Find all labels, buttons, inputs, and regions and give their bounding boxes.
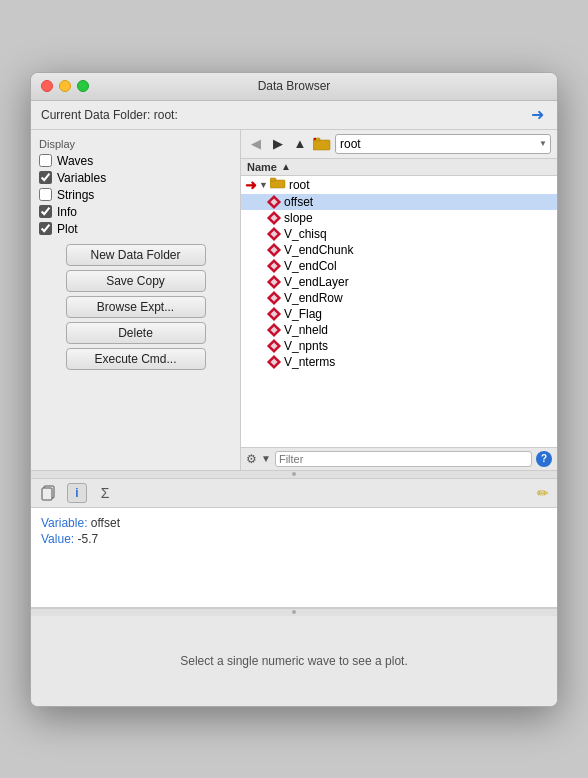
info-toolbar: i Σ ✏ [31,479,557,508]
tree-area[interactable]: ➜ ▼ root offset [241,176,557,447]
variable-diamond-icon [267,306,281,320]
info-icon-button[interactable]: i [67,483,87,503]
variables-checkbox[interactable] [39,171,52,184]
info-checkbox[interactable] [39,205,52,218]
waves-checkbox[interactable] [39,154,52,167]
strings-label: Strings [57,188,94,202]
tree-item-offset[interactable]: offset [241,194,557,210]
waves-checkbox-row: Waves [39,154,232,168]
tree-item-v-nheld[interactable]: V_nheld [241,322,557,338]
svg-rect-6 [42,488,52,500]
variable-value: offset [91,516,120,530]
variable-diamond-icon [267,242,281,256]
strings-checkbox[interactable] [39,188,52,201]
execute-cmd-button[interactable]: Execute Cmd... [66,348,206,370]
slope-label: slope [284,211,313,225]
filter-input[interactable] [275,451,532,467]
value-value: -5.7 [77,532,98,546]
tree-item-v-nterms[interactable]: V_nterms [241,354,557,370]
browse-expt-button[interactable]: Browse Expt... [66,296,206,318]
variable-diamond-icon [267,226,281,240]
v-endchunk-label: V_endChunk [284,243,353,257]
v-nterms-label: V_nterms [284,355,335,369]
back-icon[interactable]: ◀ [247,136,265,152]
waves-label: Waves [57,154,93,168]
v-flag-label: V_Flag [284,307,322,321]
folder-browser-icon[interactable] [313,136,331,152]
close-button[interactable] [41,80,53,92]
value-info-line: Value: -5.7 [41,532,547,546]
up-icon[interactable]: ▲ [291,136,309,152]
copy-icon-button[interactable] [39,483,59,503]
variable-diamond-icon [267,338,281,352]
resize-handle[interactable] [31,470,557,478]
plot-placeholder-text: Select a single numeric wave to see a pl… [180,654,407,668]
edit-pencil-icon[interactable]: ✏ [537,485,549,501]
resize-dot-2 [292,610,296,614]
tree-item-v-endchunk[interactable]: V_endChunk [241,242,557,258]
variable-diamond-icon [267,354,281,368]
plot-label: Plot [57,222,78,236]
tree-header: Name ▲ [241,159,557,176]
folder-select-wrap: root [335,134,551,154]
right-panel: ◀ ▶ ▲ root Nam [241,130,557,470]
svg-rect-4 [270,178,276,181]
variables-label: Variables [57,171,106,185]
current-folder-indicator-icon: ➜ [245,177,257,193]
navigate-arrow-icon[interactable]: ➜ [527,107,547,123]
plot-checkbox[interactable] [39,222,52,235]
v-endlayer-label: V_endLayer [284,275,349,289]
delete-button[interactable]: Delete [66,322,206,344]
svg-rect-2 [314,138,316,140]
save-copy-button[interactable]: Save Copy [66,270,206,292]
variable-diamond-icon [267,210,281,224]
v-endcol-label: V_endCol [284,259,337,273]
filter-dropdown-icon[interactable]: ▼ [261,453,271,464]
current-folder-label: Current Data Folder: root: [41,108,178,122]
v-nheld-label: V_nheld [284,323,328,337]
tree-item-v-npnts[interactable]: V_npnts [241,338,557,354]
display-section-label: Display [39,138,232,150]
resize-handle-2[interactable] [31,608,557,616]
plot-area: Select a single numeric wave to see a pl… [31,616,557,706]
tree-item-v-flag[interactable]: V_Flag [241,306,557,322]
expand-icon[interactable]: ▼ [259,180,268,190]
info-content: Variable: offset Value: -5.7 [31,508,557,608]
resize-dot [292,472,296,476]
tree-item-v-endcol[interactable]: V_endCol [241,258,557,274]
minimize-button[interactable] [59,80,71,92]
filter-gear-icon[interactable]: ⚙ [246,452,257,466]
info-checkbox-row: Info [39,205,232,219]
plot-checkbox-row: Plot [39,222,232,236]
top-bar: Current Data Folder: root: ➜ [31,101,557,130]
info-label: Info [57,205,77,219]
folder-select[interactable]: root [335,134,551,154]
main-window: Data Browser Current Data Folder: root: … [30,72,558,707]
root-folder-icon [270,177,286,192]
title-bar: Data Browser [31,73,557,101]
sort-arrow-icon: ▲ [281,161,291,172]
sigma-icon-button[interactable]: Σ [95,483,115,503]
forward-icon[interactable]: ▶ [269,136,287,152]
tree-item-v-endlayer[interactable]: V_endLayer [241,274,557,290]
variable-key: Variable: [41,516,87,530]
window-controls [41,80,89,92]
variable-diamond-icon [267,274,281,288]
main-area: Display Waves Variables Strings Info Plo… [31,130,557,470]
tree-item-v-chisq[interactable]: V_chisq [241,226,557,242]
tree-item-slope[interactable]: slope [241,210,557,226]
filter-bar: ⚙ ▼ ? [241,447,557,470]
v-npnts-label: V_npnts [284,339,328,353]
name-column-header: Name [247,161,277,173]
strings-checkbox-row: Strings [39,188,232,202]
variable-diamond-icon [267,258,281,272]
filter-help-icon[interactable]: ? [536,451,552,467]
bottom-info-panel: i Σ ✏ Variable: offset Value: -5.7 Selec… [31,478,557,706]
variable-diamond-icon [267,290,281,304]
v-chisq-label: V_chisq [284,227,327,241]
tree-item-root[interactable]: ➜ ▼ root [241,176,557,194]
maximize-button[interactable] [77,80,89,92]
new-data-folder-button[interactable]: New Data Folder [66,244,206,266]
tree-item-v-endrow[interactable]: V_endRow [241,290,557,306]
svg-rect-0 [313,140,330,150]
